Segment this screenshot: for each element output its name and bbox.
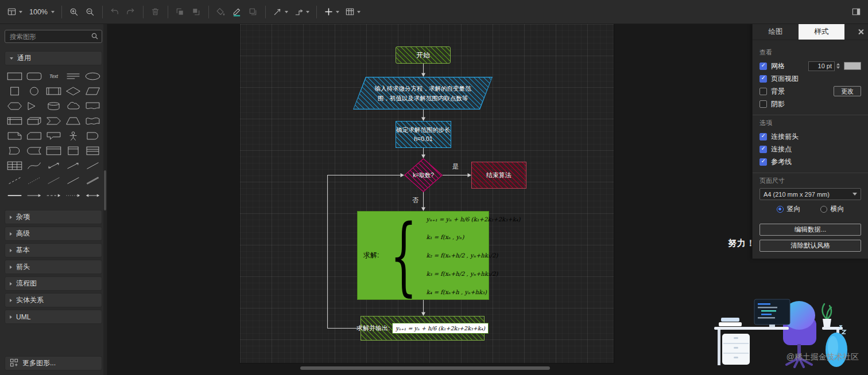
insert-button[interactable] (321, 4, 342, 20)
edit-data-button[interactable]: 编辑数据... (760, 224, 861, 236)
flow-input[interactable]: 输入待求微分方程，求解的自变量范围，初值以及求解范围内取点数等 (353, 77, 493, 110)
grid-size-input[interactable]: 10 pt (808, 61, 835, 71)
shape-parallelogram[interactable] (83, 84, 102, 99)
sidebar-section-flowchart[interactable]: 流程图 (5, 276, 102, 291)
shape-curve[interactable] (24, 158, 44, 173)
clear-default-style-button[interactable]: 清除默认风格 (760, 240, 861, 252)
canvas-page[interactable]: 开始 输入待求微分方程，求解的自变量范围，初值以及求解范围内取点数等 确定求解范… (240, 24, 614, 363)
shape-link[interactable] (83, 173, 102, 188)
shape-text[interactable]: Text (44, 69, 63, 84)
tab-diagram[interactable]: 绘图 (753, 24, 799, 40)
shape-or[interactable] (83, 128, 102, 143)
sidebar-scrollbar-thumb[interactable] (104, 170, 106, 210)
sidebar-section-basic[interactable]: 基本 (5, 243, 102, 257)
flow-output[interactable]: 求解并输出: yₙ₊₁ = yₙ + h/6 (k₁+2k₂+2k₃+k₄) (361, 316, 485, 341)
shape-process[interactable] (44, 84, 63, 99)
page-size-select[interactable]: A4 (210 mm x 297 mm) (760, 188, 861, 200)
grid-size-stepper[interactable] (836, 63, 840, 69)
shape-card[interactable] (24, 128, 44, 143)
shadow-checkbox[interactable] (760, 100, 767, 108)
shape-rounded-rectangle[interactable] (24, 69, 44, 84)
fill-color-button[interactable] (214, 4, 228, 20)
background-checkbox[interactable] (760, 88, 767, 95)
shape-triangle[interactable] (24, 99, 44, 114)
shape-container[interactable] (44, 143, 63, 158)
sidebar-section-misc[interactable]: 杂项 (5, 210, 102, 224)
search-input[interactable] (5, 30, 102, 43)
zoom-in-button[interactable] (67, 4, 82, 20)
shape-rectangle[interactable] (5, 69, 24, 84)
shape-bidirectional-horizontal-arrow[interactable] (83, 188, 102, 203)
flow-start[interactable]: 开始 (396, 46, 451, 64)
redo-button[interactable] (123, 4, 138, 20)
change-background-button[interactable]: 更改 (834, 86, 861, 96)
shape-cube[interactable] (24, 114, 44, 128)
shape-actor[interactable] (63, 128, 83, 143)
zoom-out-button[interactable] (83, 4, 98, 20)
table-button[interactable] (343, 4, 363, 20)
more-shapes-button[interactable]: 更多图形... (5, 356, 102, 370)
pages-button[interactable] (5, 4, 25, 20)
to-front-button[interactable] (173, 4, 188, 20)
sidebar-section-entity-relation[interactable]: 实体关系 (5, 293, 102, 307)
to-back-button[interactable] (189, 4, 204, 20)
shape-ellipse[interactable] (83, 69, 102, 84)
shape-note[interactable] (5, 128, 24, 143)
portrait-radio[interactable]: 竖向 (777, 204, 801, 214)
shape-cloud[interactable] (63, 99, 83, 114)
undo-button[interactable] (107, 4, 122, 20)
shape-dotted-line[interactable] (24, 173, 44, 188)
line-color-button[interactable] (230, 4, 245, 20)
shape-horizontal-arrow[interactable] (24, 188, 44, 203)
landscape-radio[interactable]: 横向 (820, 204, 844, 214)
connection-button[interactable] (270, 4, 290, 20)
shape-dashed-horizontal-arrow[interactable] (44, 188, 63, 203)
shape-horizontal-line[interactable] (5, 188, 24, 203)
sidebar-section-arrows[interactable]: 箭头 (5, 260, 102, 274)
sidebar-section-uml[interactable]: UML (5, 310, 102, 324)
shape-table[interactable] (5, 158, 24, 173)
shape-trapezoid[interactable] (63, 114, 83, 128)
shape-and[interactable] (5, 143, 24, 158)
shape-heading[interactable] (63, 69, 83, 84)
shape-step[interactable] (44, 114, 63, 128)
flow-solve[interactable]: 求解: { yₙ₊₁ = yₙ + h/6 (k₁+2k₂+2k₃+k₄) k₁… (357, 211, 489, 300)
shape-bidirectional-arrow[interactable] (44, 158, 63, 173)
shadow-button[interactable] (246, 4, 261, 20)
shape-dashed-line[interactable] (5, 173, 24, 188)
format-panel-toggle-button[interactable] (848, 4, 863, 20)
shape-tape[interactable] (83, 114, 102, 128)
shape-line[interactable] (63, 173, 83, 188)
connection-arrows-checkbox[interactable] (760, 133, 767, 140)
horizontal-scrollbar[interactable] (300, 366, 550, 370)
connection-points-checkbox[interactable] (760, 146, 767, 153)
shape-cylinder[interactable] (44, 99, 63, 114)
shape-document[interactable] (83, 99, 102, 114)
delete-button[interactable] (148, 4, 163, 20)
shape-thin-line[interactable] (44, 173, 63, 188)
flow-step[interactable]: 确定求解范围的步长 h=0.01 (396, 121, 451, 148)
shape-diagonal-line[interactable] (83, 158, 102, 173)
flow-decision[interactable]: k=取数? (404, 158, 443, 192)
grid-color-swatch[interactable] (844, 62, 861, 70)
shape-data-storage[interactable] (24, 143, 44, 158)
tab-style[interactable]: 样式 (799, 24, 844, 40)
shape-dotted-horizontal-arrow[interactable] (63, 188, 83, 203)
close-panel-button[interactable] (853, 24, 868, 40)
grid-checkbox[interactable] (760, 62, 767, 70)
flow-end[interactable]: 结束算法 (471, 162, 526, 189)
guides-checkbox[interactable] (760, 158, 767, 166)
shape-internal-storage[interactable] (5, 114, 24, 128)
shape-list[interactable] (83, 143, 102, 158)
shape-hexagon[interactable] (5, 99, 24, 114)
sidebar-section-general[interactable]: 通用 (5, 51, 102, 65)
zoom-level-button[interactable]: 100% (26, 4, 57, 20)
waypoints-button[interactable] (292, 4, 312, 20)
shape-callout[interactable] (44, 128, 63, 143)
shape-diamond[interactable] (63, 84, 83, 99)
shape-vertical-container[interactable] (63, 143, 83, 158)
sidebar-section-advanced[interactable]: 高级 (5, 226, 102, 241)
page-view-checkbox[interactable] (760, 75, 767, 83)
shape-diagonal-arrow[interactable] (63, 158, 83, 173)
shape-circle[interactable] (24, 84, 44, 99)
